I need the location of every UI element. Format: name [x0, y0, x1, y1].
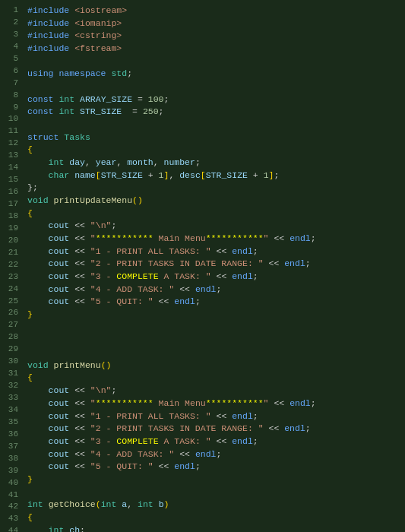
- code-line: [27, 119, 400, 131]
- code-line: cout << "1 - PRINT ALL TASKS: " << endl;: [27, 245, 400, 258]
- code-line: [27, 55, 400, 68]
- code-line: cout << "2 - PRINT TASKS IN DATE RANGE: …: [27, 258, 400, 271]
- code-line: #include <fstream>: [27, 43, 400, 55]
- code-line: const int STR_SIZE = 250;: [27, 106, 400, 119]
- code-content[interactable]: #include <iostream> #include <iomanip> #…: [21, 0, 405, 532]
- code-line: cout << "\n";: [27, 220, 400, 233]
- code-line: using namespace std;: [27, 68, 400, 81]
- code-line: void printMenu(): [27, 359, 400, 372]
- code-line: cout << "1 - PRINT ALL TASKS: " << endl;: [27, 410, 400, 423]
- code-line: #include <iomanip>: [27, 17, 400, 30]
- code-line: int day, year, month, number;: [27, 157, 400, 169]
- code-line: [27, 334, 400, 347]
- code-line: [27, 321, 400, 334]
- code-line: };: [27, 182, 400, 195]
- code-line: {: [27, 144, 400, 157]
- code-line: cout << "5 - QUIT: " << endl;: [27, 461, 400, 473]
- code-line: cout << "4 - ADD TASK: " << endl;: [27, 283, 400, 296]
- code-line: }: [27, 473, 400, 486]
- code-line: cout << "*********** Main Menu**********…: [27, 397, 400, 410]
- code-line: }: [27, 309, 400, 321]
- code-line: cout << "4 - ADD TASK: " << endl;: [27, 448, 400, 461]
- code-line: {: [27, 372, 400, 385]
- code-line: cout << "*********** Main Menu**********…: [27, 233, 400, 245]
- code-line: [27, 81, 400, 93]
- code-line: #include <iostream>: [27, 5, 400, 17]
- code-line: #include <cstring>: [27, 30, 400, 43]
- code-line: const int ARRAY_SIZE = 100;: [27, 93, 400, 106]
- code-line: int ch;: [27, 524, 400, 532]
- code-line: cout << "5 - QUIT: " << endl;: [27, 296, 400, 309]
- code-line: cout << "\n";: [27, 385, 400, 397]
- code-line: [27, 347, 400, 359]
- code-line: cout << "3 - COMPLETE A TASK: " << endl;: [27, 271, 400, 283]
- code-line: struct Tasks: [27, 131, 400, 144]
- line-numbers: 1 2 3 4 5 6 7 8 9 10 11 12 13 14 15 16 1…: [0, 0, 21, 532]
- code-line: int getChoice(int a, int b): [27, 499, 400, 511]
- code-line: cout << "2 - PRINT TASKS IN DATE RANGE: …: [27, 423, 400, 435]
- code-line: {: [27, 511, 400, 524]
- code-line: char name[STR_SIZE + 1], desc[STR_SIZE +…: [27, 169, 400, 182]
- code-editor: 1 2 3 4 5 6 7 8 9 10 11 12 13 14 15 16 1…: [0, 0, 405, 532]
- code-line: void printUpdateMenu(): [27, 195, 400, 207]
- code-line: cout << "3 - COMPLETE A TASK: " << endl;: [27, 435, 400, 448]
- code-line: {: [27, 207, 400, 220]
- code-line: [27, 486, 400, 499]
